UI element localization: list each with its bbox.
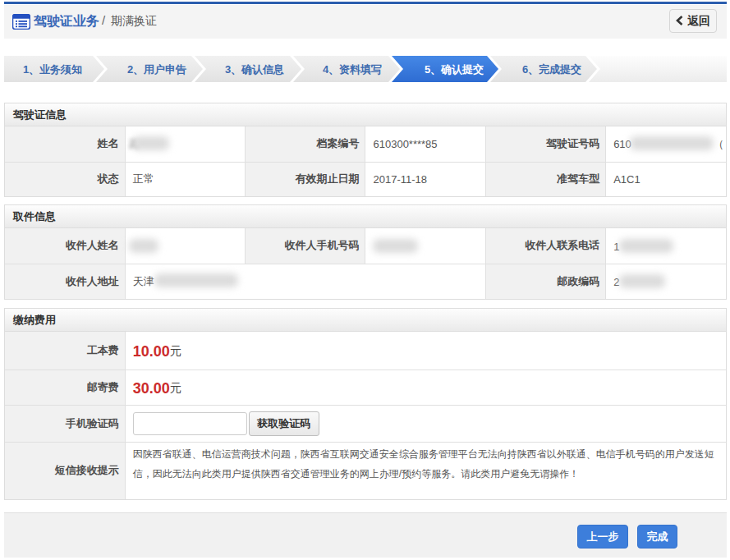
- svg-text:1、业务须知: 1、业务须知: [23, 63, 82, 76]
- svg-text:2、用户申告: 2、用户申告: [127, 63, 186, 76]
- svg-text:5、确认提交: 5、确认提交: [425, 63, 484, 76]
- svg-text:3、确认信息: 3、确认信息: [225, 63, 284, 76]
- svg-text:4、资料填写: 4、资料填写: [323, 63, 382, 76]
- svg-text:6、完成提交: 6、完成提交: [522, 63, 581, 76]
